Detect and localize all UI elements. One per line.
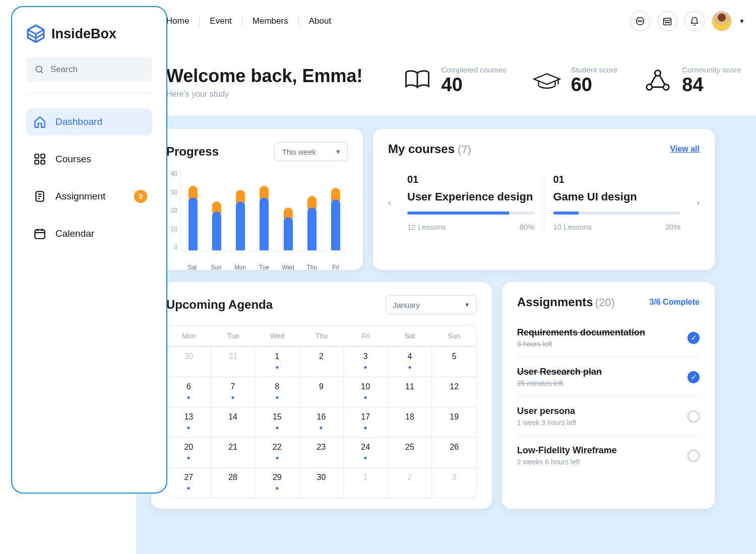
top-nav: HomeEventMembersAbout ▼ — [156, 6, 745, 36]
search-icon — [34, 64, 44, 75]
assignment-item[interactable]: User persona1 week 3 hours left — [517, 396, 700, 436]
cal-cell[interactable]: 8 — [255, 377, 299, 407]
cal-cell[interactable]: 24 — [344, 437, 388, 467]
progress-card: Progress This week ▾ 403020100 SatSunMon… — [151, 129, 363, 270]
cal-cell[interactable]: 1 — [344, 467, 388, 498]
cal-cell[interactable]: 3 — [432, 467, 476, 498]
cal-cell[interactable]: 27 — [167, 467, 211, 498]
assignment-item[interactable]: Low-Fidelity Wireframe2 weeks 6 hours le… — [517, 436, 700, 475]
svg-point-2 — [640, 21, 641, 22]
logo-icon — [26, 24, 45, 43]
nav-event[interactable]: Event — [199, 16, 241, 26]
bar-sun — [210, 199, 224, 250]
cal-cell[interactable]: 9 — [299, 377, 344, 407]
cal-cell[interactable]: 13 — [167, 407, 211, 437]
assignment-item[interactable]: Requirements documentation3 hours left✓ — [517, 318, 700, 357]
bar-tue — [257, 184, 271, 250]
cal-cell[interactable]: 30 — [167, 347, 211, 377]
nav-members[interactable]: Members — [242, 16, 298, 26]
sidebar-item-calendar[interactable]: Calendar — [26, 220, 152, 247]
search-input[interactable]: Search — [26, 57, 152, 82]
assignments-title: Assignments(20) — [517, 295, 615, 309]
cal-cell[interactable]: 18 — [388, 407, 432, 437]
stat-completed-courses: Completed courses40 — [402, 65, 507, 96]
cal-cell[interactable]: 3 — [344, 347, 388, 377]
chat-icon[interactable] — [630, 11, 650, 31]
svg-point-18 — [663, 84, 669, 90]
circle-icon[interactable] — [687, 410, 700, 423]
assignment-item[interactable]: User Research plan25 minutes left✓ — [517, 357, 700, 396]
cal-cell[interactable]: 17 — [344, 407, 388, 437]
svg-point-17 — [647, 84, 652, 90]
sidebar-item-assignment[interactable]: Assignment3 — [26, 183, 152, 210]
cal-cell[interactable]: 21 — [211, 437, 256, 467]
cal-cell[interactable]: 2 — [388, 467, 432, 498]
cal-cell[interactable]: 31 — [211, 347, 256, 377]
cal-cell[interactable]: 4 — [388, 347, 432, 377]
brand-name: InsideBox — [51, 26, 116, 42]
check-icon[interactable]: ✓ — [687, 371, 700, 383]
cal-cell[interactable]: 11 — [388, 377, 432, 407]
cal-cell[interactable]: 23 — [299, 437, 344, 467]
circle-icon[interactable] — [687, 450, 700, 462]
svg-point-16 — [655, 71, 661, 76]
cal-cell[interactable]: 29 — [255, 467, 299, 498]
cap-icon — [532, 68, 562, 93]
cal-head: Tue — [211, 326, 256, 347]
cal-cell[interactable]: 15 — [255, 407, 299, 437]
cal-head: Sun — [432, 326, 476, 347]
cal-cell[interactable]: 6 — [167, 377, 211, 407]
svg-rect-13 — [41, 160, 45, 164]
my-courses-card: My courses(7) View all ‹ 01User Experien… — [373, 129, 715, 270]
cal-cell[interactable]: 30 — [299, 467, 344, 498]
cal-cell[interactable]: 14 — [211, 407, 256, 437]
logo: InsideBox — [26, 24, 152, 43]
cal-cell[interactable]: 1 — [255, 347, 299, 377]
progress-range-dropdown[interactable]: This week ▾ — [274, 142, 348, 161]
cal-cell[interactable]: 25 — [388, 437, 432, 467]
cal-cell[interactable]: 10 — [344, 377, 388, 407]
book-icon — [402, 68, 432, 93]
assignments-card: Assignments(20) 3/6 Complete Requirement… — [502, 282, 715, 509]
cal-head: Wed — [255, 326, 299, 347]
cal-head: Sat — [388, 326, 432, 347]
cal-cell[interactable]: 26 — [432, 437, 476, 467]
cal-cell[interactable]: 2 — [299, 347, 344, 377]
sidebar-item-courses[interactable]: Courses — [26, 146, 152, 173]
bell-icon[interactable] — [684, 11, 705, 31]
cal-cell[interactable]: 5 — [432, 347, 476, 377]
cal-cell[interactable]: 22 — [255, 437, 299, 467]
agenda-month-label: January — [393, 301, 420, 309]
carousel-next[interactable]: › — [689, 197, 700, 208]
assignments-ratio: 3/6 Complete — [649, 298, 700, 307]
course-item[interactable]: 01User Experience design12 Lessons80% — [398, 174, 544, 231]
svg-point-3 — [642, 21, 643, 22]
avatar[interactable] — [712, 11, 732, 31]
bar-wed — [281, 205, 295, 250]
sidebar-item-dashboard[interactable]: Dashboard — [26, 108, 152, 135]
caret-down-icon[interactable]: ▼ — [739, 18, 745, 25]
cal-cell[interactable]: 19 — [432, 407, 476, 437]
carousel-prev[interactable]: ‹ — [388, 197, 398, 208]
agenda-month-dropdown[interactable]: January ▾ — [386, 295, 477, 314]
cal-cell[interactable]: 16 — [299, 407, 344, 437]
welcome-subtitle: Here's your study — [166, 90, 363, 99]
cal-cell[interactable]: 28 — [211, 467, 256, 498]
calendar-header-icon[interactable] — [657, 11, 677, 31]
bar-sat — [186, 184, 200, 250]
stat-community-score: Community score84 — [643, 65, 741, 96]
agenda-card: Upcoming Agenda January ▾ MonTueWedThuFr… — [151, 282, 492, 509]
view-all-link[interactable]: View all — [670, 145, 700, 154]
check-icon[interactable]: ✓ — [687, 332, 700, 344]
nav-about[interactable]: About — [298, 16, 341, 26]
bar-thu — [305, 194, 319, 250]
cal-cell[interactable]: 7 — [211, 377, 256, 407]
cal-cell[interactable]: 12 — [432, 377, 476, 407]
sidebar: InsideBox Search DashboardCoursesAssignm… — [11, 6, 167, 494]
svg-rect-12 — [35, 160, 39, 164]
svg-point-5 — [665, 22, 666, 23]
cal-cell[interactable]: 20 — [167, 437, 211, 467]
progress-title: Progress — [166, 145, 219, 159]
svg-point-9 — [36, 66, 42, 72]
course-item[interactable]: 01Game UI design10 Lessons20% — [544, 174, 690, 231]
